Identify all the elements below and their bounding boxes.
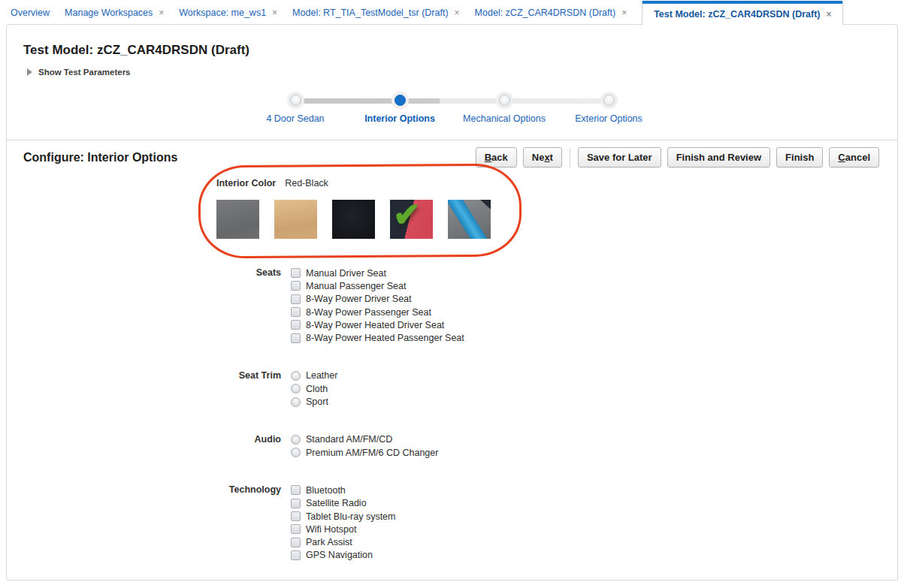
technology-field: Technology Bluetooth Satellite Radio Tab… xyxy=(23,484,897,562)
option-row: Sport xyxy=(291,395,337,408)
tab-manage-workspaces[interactable]: Manage Workspaces × xyxy=(65,8,164,18)
swatch-tan-leather[interactable] xyxy=(274,200,317,239)
back-button[interactable]: Back xyxy=(476,147,517,167)
show-test-parameters-toggle[interactable]: Show Test Parameters xyxy=(27,68,881,77)
audio-label: Audio xyxy=(23,433,281,446)
option-row: Bluetooth xyxy=(291,484,395,496)
option-label[interactable]: Park Assist xyxy=(306,537,352,547)
tab-label: Model: zCZ_CAR4DRSDN (Draft) xyxy=(475,8,616,18)
radio-button[interactable] xyxy=(291,384,301,394)
radio-button[interactable] xyxy=(291,435,301,445)
option-label[interactable]: Leather xyxy=(306,370,337,381)
train-track xyxy=(295,98,609,104)
checkbox[interactable] xyxy=(291,499,301,508)
option-label[interactable]: GPS Navigation xyxy=(306,550,373,560)
close-icon[interactable]: × xyxy=(826,10,831,19)
option-label[interactable]: 8-Way Power Heated Passenger Seat xyxy=(306,333,464,343)
checkbox[interactable] xyxy=(291,320,301,330)
option-label[interactable]: Wifi Hotspot xyxy=(306,524,356,535)
option-label[interactable]: Sport xyxy=(306,397,328,407)
radio-button[interactable] xyxy=(291,448,301,457)
option-label[interactable]: 8-Way Power Heated Driver Seat xyxy=(306,320,444,330)
train-step-label[interactable]: Mechanical Options xyxy=(463,113,546,124)
radio-button[interactable] xyxy=(291,371,301,381)
option-row: Premium AM/FM/6 CD Changer xyxy=(291,446,438,459)
finish-and-review-button[interactable]: Finish and Review xyxy=(667,147,770,167)
tab-model-rt-tia-testmodel[interactable]: Model: RT_TIA_TestModel_tsr (Draft) × xyxy=(292,8,460,18)
train-stop-current-icon[interactable] xyxy=(395,95,406,106)
checkbox[interactable] xyxy=(291,511,301,521)
option-row: Park Assist xyxy=(291,535,395,548)
option-label[interactable]: Satellite Radio xyxy=(306,498,367,508)
cancel-button[interactable]: Cancel xyxy=(829,147,879,167)
option-row: Leather xyxy=(291,369,337,382)
train-stop-icon[interactable] xyxy=(499,95,510,106)
train-step-label: Interior Options xyxy=(364,113,435,124)
next-button[interactable]: Next xyxy=(523,147,562,167)
option-row: Wifi Hotspot xyxy=(291,523,395,535)
disclosure-triangle-icon xyxy=(27,68,32,76)
swatch-gray-fabric[interactable] xyxy=(216,200,259,239)
checkbox[interactable] xyxy=(291,524,301,534)
checkbox[interactable] xyxy=(291,550,301,560)
tab-workspace-me-ws1[interactable]: Workspace: me_ws1 × xyxy=(179,8,277,18)
option-label[interactable]: Manual Driver Seat xyxy=(306,268,386,279)
checkbox[interactable] xyxy=(291,485,301,495)
option-label[interactable]: 8-Way Power Passenger Seat xyxy=(306,307,431,318)
checkbox[interactable] xyxy=(291,268,301,278)
checkbox[interactable] xyxy=(291,538,301,547)
tab-overview[interactable]: Overview xyxy=(11,8,50,18)
interior-color-field: Interior Color Red-Black ✔ xyxy=(216,178,491,239)
option-label[interactable]: 8-Way Power Driver Seat xyxy=(306,294,412,304)
selected-check-icon: ✔ xyxy=(393,195,421,235)
option-row: 8-Way Power Driver Seat xyxy=(291,293,464,306)
radio-button[interactable] xyxy=(291,397,301,407)
interior-options-form: Interior Color Red-Black ✔ Seats Manual … xyxy=(23,178,897,562)
seats-field: Seats Manual Driver Seat Manual Passenge… xyxy=(23,267,897,345)
option-row: Standard AM/FM/CD xyxy=(291,433,438,446)
action-buttons: Back Next Save for Later Finish and Revi… xyxy=(470,147,879,167)
tab-model-zcz-car4drsdn[interactable]: Model: zCZ_CAR4DRSDN (Draft) × xyxy=(475,8,627,18)
finish-button[interactable]: Finish xyxy=(776,147,823,167)
close-icon[interactable]: × xyxy=(455,8,460,17)
close-icon[interactable]: × xyxy=(272,8,277,17)
interior-color-swatches: ✔ xyxy=(216,200,491,239)
train-step-label[interactable]: 4 Door Sedan xyxy=(266,113,324,124)
option-row: Manual Passenger Seat xyxy=(291,279,464,292)
option-row: 8-Way Power Passenger Seat xyxy=(291,306,464,318)
configure-heading: Configure: Interior Options xyxy=(23,151,177,164)
checkbox[interactable] xyxy=(291,307,301,317)
checkbox[interactable] xyxy=(291,294,301,304)
train-stop-icon[interactable] xyxy=(603,95,615,106)
option-label[interactable]: Tablet Blu-ray system xyxy=(306,511,395,522)
train-stop-icon[interactable] xyxy=(290,95,301,106)
option-label[interactable]: Premium AM/FM/6 CD Changer xyxy=(306,448,438,458)
tab-test-model-zcz-car4drsdn-active[interactable]: Test Model: zCZ_CAR4DRSDN (Draft) × xyxy=(642,1,843,26)
seats-label: Seats xyxy=(23,267,281,279)
page-title: Test Model: zCZ_CAR4DRSDN (Draft) xyxy=(23,43,881,58)
seat-trim-field: Seat Trim Leather Cloth Sport xyxy=(23,369,897,409)
swatch-blue-gray[interactable] xyxy=(448,200,491,239)
option-row: Cloth xyxy=(291,382,337,395)
swatch-black[interactable] xyxy=(332,200,375,239)
option-label[interactable]: Standard AM/FM/CD xyxy=(306,434,392,445)
option-row: 8-Way Power Heated Passenger Seat xyxy=(291,331,464,344)
content-panel: Test Model: zCZ_CAR4DRSDN (Draft) Show T… xyxy=(6,24,898,580)
checkbox[interactable] xyxy=(291,281,301,291)
disclosure-label: Show Test Parameters xyxy=(38,68,131,77)
configure-header-row: Configure: Interior Options Back Next Sa… xyxy=(7,140,897,167)
save-for-later-button[interactable]: Save for Later xyxy=(578,147,661,167)
option-label[interactable]: Cloth xyxy=(306,384,328,394)
tab-bar: Overview Manage Workspaces × Workspace: … xyxy=(0,0,904,25)
swatch-red-black-selected[interactable]: ✔ xyxy=(390,200,433,239)
checkbox[interactable] xyxy=(291,333,301,343)
interior-color-value: Red-Black xyxy=(285,178,328,188)
train-step-label[interactable]: Exterior Options xyxy=(575,113,642,124)
option-label[interactable]: Manual Passenger Seat xyxy=(306,281,406,291)
option-row: Manual Driver Seat xyxy=(291,267,464,279)
option-label[interactable]: Bluetooth xyxy=(306,485,346,496)
seat-trim-label: Seat Trim xyxy=(23,369,281,382)
close-icon[interactable]: × xyxy=(621,8,627,17)
tab-label: Model: RT_TIA_TestModel_tsr (Draft) xyxy=(292,8,448,18)
close-icon[interactable]: × xyxy=(159,8,164,17)
